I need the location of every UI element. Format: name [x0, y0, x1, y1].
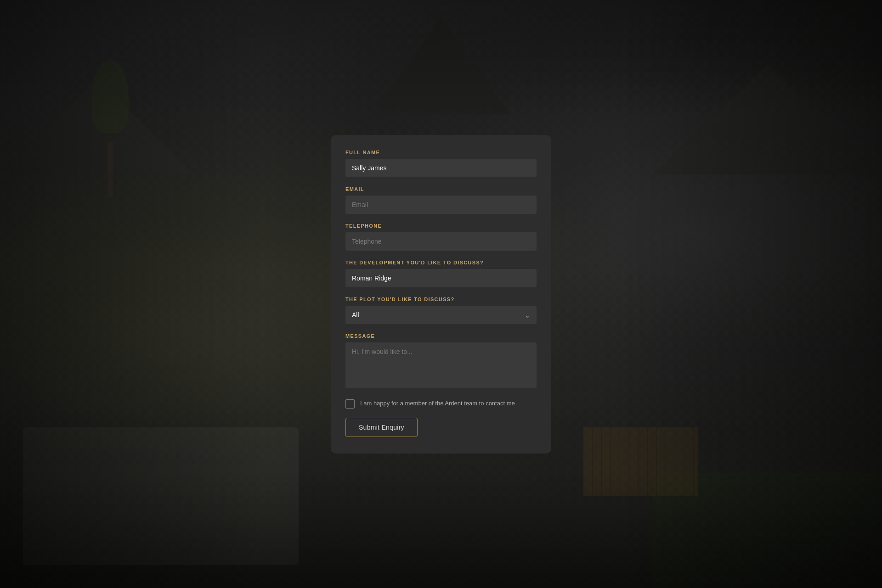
plot-group: THE PLOT YOU'D LIKE TO DISCUSS? All Plot…	[345, 297, 537, 324]
full-name-label: FULL NAME	[345, 150, 537, 155]
telephone-group: TELEPHONE	[345, 223, 537, 251]
plot-label: THE PLOT YOU'D LIKE TO DISCUSS?	[345, 297, 537, 302]
development-input[interactable]	[345, 269, 537, 287]
roof-right	[652, 28, 882, 174]
full-name-group: FULL NAME	[345, 150, 537, 177]
plot-select-wrapper: All Plot 1 Plot 2 Plot 3 Plot 4 Plot 5 ⌄	[345, 306, 537, 324]
tree-trunk	[107, 142, 113, 197]
consent-row: I am happy for a member of the Ardent te…	[345, 399, 537, 409]
roof-left	[0, 37, 193, 174]
email-input[interactable]	[345, 196, 537, 214]
tree-canopy	[92, 60, 129, 133]
submit-button[interactable]: Submit Enquiry	[345, 418, 418, 437]
message-label: MESSAGE	[345, 333, 537, 339]
telephone-label: TELEPHONE	[345, 223, 537, 229]
message-textarea[interactable]	[345, 342, 537, 388]
plot-select[interactable]: All Plot 1 Plot 2 Plot 3 Plot 4 Plot 5	[345, 306, 537, 324]
roof-center	[372, 0, 510, 115]
enquiry-form: FULL NAME EMAIL TELEPHONE THE DEVELOPMEN…	[331, 135, 551, 454]
email-group: EMAIL	[345, 186, 537, 214]
email-label: EMAIL	[345, 186, 537, 192]
telephone-input[interactable]	[345, 232, 537, 251]
tree	[92, 69, 129, 197]
development-label: THE DEVELOPMENT YOU'D LIKE TO DISCUSS?	[345, 260, 537, 265]
fence	[583, 427, 698, 496]
full-name-input[interactable]	[345, 159, 537, 177]
development-group: THE DEVELOPMENT YOU'D LIKE TO DISCUSS?	[345, 260, 537, 287]
patio-area	[23, 427, 299, 565]
message-group: MESSAGE	[345, 333, 537, 390]
consent-checkbox[interactable]	[345, 399, 355, 409]
consent-label: I am happy for a member of the Ardent te…	[360, 399, 515, 408]
grass-right	[652, 473, 882, 588]
